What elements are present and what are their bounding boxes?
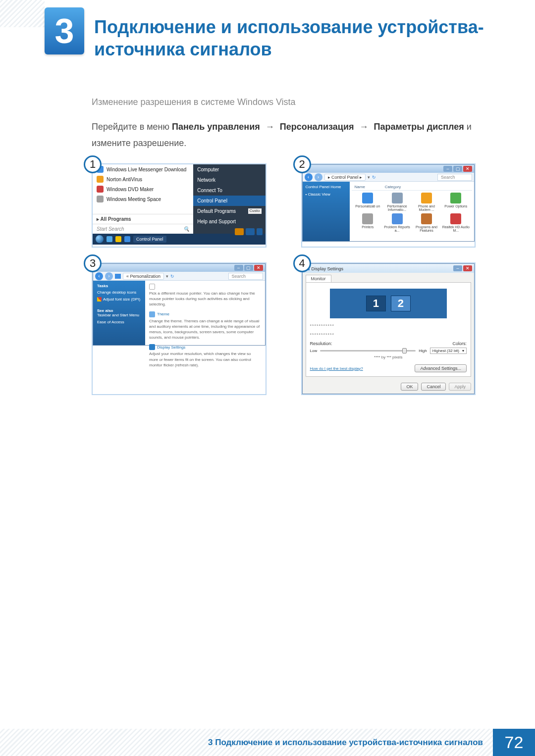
cancel-button[interactable]: Cancel — [421, 383, 446, 391]
section-subtitle: Изменение разрешения в системе Windows V… — [92, 94, 476, 110]
start-search[interactable]: Start Search🔍 — [93, 224, 193, 234]
forward-button[interactable]: › — [105, 272, 113, 280]
start-menu-right: Computer Network Connect To Control Pane… — [193, 164, 265, 234]
control-panel-item[interactable]: Power Options — [442, 193, 470, 211]
help-link[interactable]: How do I get the best display? — [310, 366, 363, 371]
task-label: Adjust font size (DPI) — [103, 297, 140, 302]
control-panel-item[interactable]: Problem Reports a... — [383, 213, 411, 232]
color-value: Highest (32 bit) — [432, 349, 459, 353]
see-also-link[interactable]: Ease of Access — [97, 320, 141, 324]
path-part-1: Панель управления — [172, 122, 260, 132]
pers-heading: Display Settings — [157, 345, 185, 350]
pers-block[interactable]: Theme Change the theme. Themes can chang… — [149, 311, 261, 341]
tab-body: 1 2 *********** *********** Resolution: … — [306, 282, 472, 377]
path-part-2: Персонализация — [280, 122, 354, 132]
cp-icon — [450, 213, 461, 224]
start-right-item-active[interactable]: Control Panel — [193, 196, 265, 206]
chevron-down-icon: ▾ — [462, 349, 464, 353]
start-item[interactable]: Windows DVD Maker — [93, 184, 193, 194]
start-item[interactable]: Windows Meeting Space — [93, 194, 193, 204]
maximize-button[interactable]: ▢ — [453, 166, 462, 172]
ok-button[interactable]: OK — [401, 383, 418, 391]
breadcrumb[interactable]: « Personalization — [123, 273, 164, 280]
pers-block[interactable]: Display Settings Adjust your monitor res… — [149, 344, 261, 368]
path-part-3: Параметры дисплея — [374, 122, 464, 132]
screenshot-4-display-settings: 4 Display Settings – ✕ Monitor 1 2 *****… — [301, 262, 476, 395]
col-category: Category — [385, 185, 401, 189]
start-item[interactable]: Windows Live Messenger Download — [93, 164, 193, 174]
task-link[interactable]: Change desktop icons — [97, 290, 141, 295]
back-button[interactable]: ‹ — [95, 272, 103, 280]
footer-text: 3 Подключение и использование устройства… — [0, 729, 493, 756]
screenshot-2-control-panel: 2 – ▢ ✕ ‹ › ▸ Control Panel ▸ ▾ ↻ Search… — [301, 163, 476, 248]
cp-label: Power Options — [442, 204, 470, 208]
quick-launch-icon[interactable] — [124, 236, 130, 242]
start-item[interactable]: Norton AntiVirus — [93, 174, 193, 184]
search-input[interactable]: Search — [228, 273, 263, 280]
taskbar-button[interactable]: Control Panel — [133, 236, 166, 243]
minimize-button[interactable]: – — [453, 265, 462, 271]
advanced-button[interactable]: Advanced Settings... — [415, 364, 467, 372]
theme-icon — [149, 311, 155, 317]
tab-monitor[interactable]: Monitor — [306, 275, 331, 282]
minimize-button[interactable]: – — [234, 265, 243, 271]
pers-desc: Pick a different mouse pointer. You can … — [149, 291, 261, 307]
minimize-button[interactable]: – — [443, 166, 452, 172]
start-right-item[interactable]: Default ProgramsCusto — [193, 206, 265, 216]
arrow-icon: → — [266, 122, 274, 132]
close-button[interactable]: ✕ — [254, 265, 263, 271]
start-right-item[interactable]: Network — [193, 175, 265, 185]
app-icon — [97, 196, 104, 202]
control-panel-item[interactable]: Personalizati on — [354, 193, 382, 211]
instr-pre: Перейдите в меню — [92, 122, 172, 132]
search-input[interactable]: Search — [437, 174, 472, 181]
app-icon — [97, 186, 104, 193]
start-right-item[interactable]: Help and Support — [193, 216, 265, 227]
quick-launch-icon[interactable] — [107, 236, 112, 242]
all-programs[interactable]: ▸ All Programs — [93, 214, 193, 224]
lock-icon[interactable] — [246, 228, 255, 235]
slider-thumb[interactable] — [402, 348, 407, 353]
cp-label: Realtek HD Audio M... — [442, 225, 470, 232]
back-button[interactable]: ‹ — [305, 173, 313, 181]
control-panel-item[interactable]: Programs and Features — [412, 213, 440, 232]
sidebar-link[interactable]: Control Panel Home — [306, 185, 347, 189]
cp-label: Printers — [354, 225, 382, 229]
breadcrumb[interactable]: ▸ Control Panel ▸ — [324, 174, 366, 181]
control-panel-item[interactable]: Realtek HD Audio M... — [442, 213, 470, 232]
dialog-title: Display Settings — [312, 266, 344, 271]
start-right-item[interactable]: Computer — [193, 164, 265, 175]
pers-desc: Change the theme. Themes can change a wi… — [149, 318, 261, 341]
search-icon: 🔍 — [183, 226, 189, 232]
shutdown-menu-icon[interactable] — [257, 228, 263, 235]
callout-1: 1 — [84, 155, 102, 173]
control-panel-item[interactable]: Phone and Modem ... — [412, 193, 440, 211]
control-panel-item[interactable]: Performance Informatio... — [383, 193, 411, 211]
monitor-2[interactable]: 2 — [391, 296, 411, 311]
maximize-button[interactable]: ▢ — [244, 265, 253, 271]
see-also-link[interactable]: Taskbar and Start Menu — [97, 313, 141, 317]
cp-icon — [392, 193, 403, 203]
forward-button[interactable]: › — [315, 173, 322, 181]
resolution-slider[interactable] — [320, 350, 416, 352]
power-icon[interactable] — [235, 228, 244, 235]
close-button[interactable]: ✕ — [463, 265, 472, 271]
window-titlebar: – ▢ ✕ — [93, 264, 265, 272]
control-panel-item[interactable]: Printers — [354, 213, 382, 232]
apply-button[interactable]: Apply — [449, 383, 471, 391]
start-item-label: Windows Meeting Space — [107, 197, 161, 202]
task-link[interactable]: Adjust font size (DPI) — [97, 297, 141, 302]
all-programs-label: All Programs — [100, 216, 131, 222]
start-right-item[interactable]: Connect To — [193, 185, 265, 196]
app-icon — [97, 176, 104, 183]
sidebar-link-active[interactable]: • Classic View — [306, 192, 347, 197]
color-select[interactable]: Highest (32 bit)▾ — [430, 348, 467, 354]
pers-block[interactable]: Pick a different mouse pointer. You can … — [149, 284, 261, 307]
screenshot-1-start-menu: 1 Windows Live Messenger Download Norton… — [92, 163, 267, 248]
monitor-1[interactable]: 1 — [366, 296, 386, 311]
search-placeholder: Start Search — [97, 226, 124, 232]
start-orb-icon[interactable] — [96, 235, 104, 243]
close-button[interactable]: ✕ — [463, 166, 472, 172]
quick-launch-icon[interactable] — [115, 236, 121, 242]
address-bar: ‹ › « Personalization ▾ ↻ Search — [93, 272, 265, 281]
